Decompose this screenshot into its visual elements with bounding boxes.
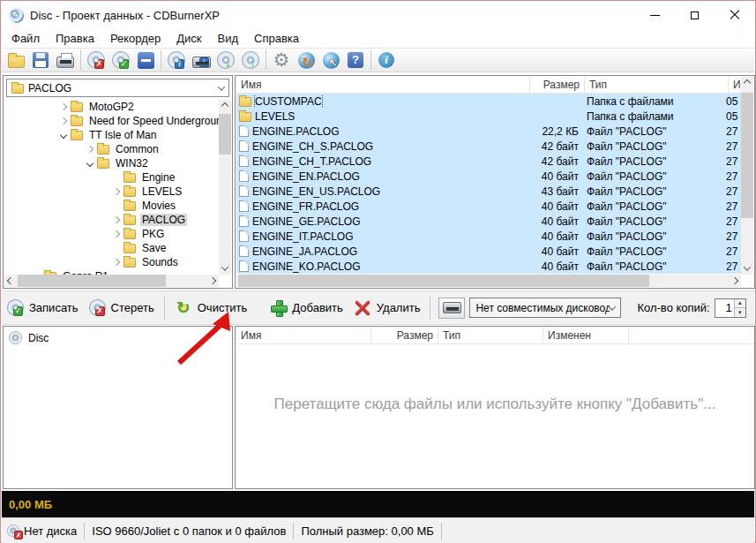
column-header-type[interactable]: Тип (438, 328, 543, 343)
check-updates-button[interactable] (294, 49, 318, 72)
tree-item[interactable]: PKG (4, 227, 219, 241)
print-button[interactable] (53, 49, 78, 72)
column-header-size[interactable]: Размер (371, 328, 438, 343)
file-row[interactable]: ENGINE_IT.PACLOG40 байтФайл "PACLOG"27 (236, 229, 741, 244)
open-folder-button[interactable] (4, 49, 28, 72)
files-horizontal-scrollbar[interactable] (236, 275, 741, 287)
menu-item[interactable]: Диск (168, 30, 209, 47)
maximize-button[interactable] (675, 2, 715, 28)
tree-vertical-scrollbar[interactable] (219, 100, 231, 275)
file-size-cell: 40 байт (528, 245, 582, 258)
menu-item[interactable]: Вид (210, 30, 247, 47)
chevron-down-icon[interactable] (60, 132, 67, 139)
spin-up-button[interactable]: ▲ (735, 299, 745, 308)
file-row[interactable]: ENGINE_CH_S.PACLOG42 байтФайл "PACLOG"27 (236, 139, 741, 154)
column-header-name[interactable]: Имя (236, 328, 371, 343)
tree-item[interactable]: Need for Speed Underground (4, 114, 219, 128)
close-button[interactable] (715, 2, 754, 28)
chevron-right-icon[interactable] (86, 146, 94, 153)
device-dropdown[interactable]: Нет совместимых дисководо (469, 298, 621, 318)
file-name: ENGINE_FR.PACLOG (252, 200, 359, 213)
drive-button[interactable] (438, 298, 465, 319)
file-row[interactable]: ENGINE_JA.PACLOG40 байтФайл "PACLOG"27 (236, 244, 741, 259)
file-icon (239, 140, 249, 152)
files-vertical-scrollbar[interactable] (741, 77, 753, 275)
disc-export-button[interactable] (238, 49, 263, 72)
clear-button[interactable]: Очистить (169, 296, 253, 321)
help-button[interactable] (343, 49, 368, 72)
bup-badge-icon (247, 57, 258, 69)
files-vscroll-thumb[interactable] (741, 93, 753, 218)
tree-item[interactable]: TT Isle of Man (4, 128, 219, 142)
separator (80, 50, 81, 70)
column-header-modified[interactable]: Изменен (543, 328, 629, 343)
disc-erase-button[interactable] (84, 49, 109, 72)
disc-import-button[interactable] (213, 49, 238, 72)
file-icon (239, 215, 249, 227)
settings-button[interactable] (269, 49, 294, 72)
chevron-right-icon[interactable] (113, 188, 120, 195)
erase-button[interactable]: Стереть (84, 296, 160, 320)
menu-item[interactable]: Файл (4, 30, 48, 47)
column-header-type[interactable]: Тип (585, 77, 729, 93)
disc-root-item[interactable]: Disc (4, 327, 232, 349)
file-row[interactable]: ENGINE_FR.PACLOG40 байтФайл "PACLOG"27 (236, 199, 741, 214)
tree-item-label: Need for Speed Underground (87, 115, 219, 127)
tree-item[interactable]: Movies (4, 199, 219, 213)
chevron-right-icon[interactable] (113, 259, 120, 266)
tree-item[interactable]: Engine (4, 170, 219, 185)
tree-item[interactable]: MotoGP2 (4, 100, 219, 114)
copies-stepper[interactable]: 1 ▲ ▼ (715, 298, 746, 318)
file-row[interactable]: ENGINE_EN_US.PACLOG43 байтФайл "PACLOG"2… (236, 184, 741, 199)
chevron-right-icon[interactable] (60, 103, 67, 110)
data-disc-button[interactable] (133, 49, 158, 72)
capacity-bar: 0,00 МБ (2, 491, 754, 517)
tree-item[interactable]: Save (4, 241, 219, 255)
menu-item[interactable]: Рекордер (102, 30, 168, 47)
file-row[interactable]: LEVELSПапка с файлами05 (236, 109, 741, 124)
tree-item[interactable]: PACLOG (4, 213, 219, 227)
tree-horizontal-scrollbar[interactable] (4, 275, 219, 287)
file-row[interactable]: ENGINE_GE.PACLOG40 байтФайл "PACLOG"27 (236, 214, 741, 229)
chevron-right-icon[interactable] (113, 216, 120, 223)
file-row[interactable]: ENGINE.PACLOG22,2 КБФайл "PACLOG"27 (236, 124, 741, 139)
folder-combobox[interactable]: PACLOG (6, 79, 229, 97)
drive-info-button[interactable] (189, 49, 213, 72)
save-icon (33, 52, 49, 68)
tree-item[interactable]: WIN32 (4, 156, 219, 170)
tree-item-label: WIN32 (114, 157, 150, 170)
column-header-size[interactable]: Размер (530, 77, 585, 93)
files-hscroll-thumb[interactable] (238, 275, 649, 287)
save-button[interactable] (28, 49, 53, 72)
chevron-right-icon[interactable] (60, 117, 67, 124)
folder-icon (124, 258, 136, 268)
remove-button[interactable]: Удалить (348, 296, 426, 321)
burn-button[interactable]: Записать (2, 296, 84, 320)
file-row[interactable]: CUSTOMPACПапка с файлами05 (236, 94, 741, 109)
file-row[interactable]: ENGINE_EN.PACLOG40 байтФайл "PACLOG"27 (236, 169, 741, 184)
tree-item[interactable]: Common (4, 142, 219, 156)
folder-icon (239, 112, 251, 122)
file-row[interactable]: ENGINE_KO.PACLOG40 байтФайл "PACLOG"27 (236, 259, 741, 274)
minimize-button[interactable] (635, 2, 675, 28)
menu-item[interactable]: Справка (246, 30, 307, 47)
add-button[interactable]: Добавить (265, 296, 348, 320)
disc-info-button[interactable] (164, 49, 189, 72)
spin-down-button[interactable]: ▼ (735, 307, 745, 317)
chevron-right-icon[interactable] (113, 230, 120, 238)
tree-vscroll-thumb[interactable] (219, 114, 231, 155)
separator (430, 297, 430, 320)
about-button[interactable] (374, 49, 399, 72)
file-row[interactable]: ENGINE_CH_T.PACLOG42 байтФайл "PACLOG"27 (236, 154, 741, 169)
tree-item[interactable]: LEVELS (4, 185, 219, 199)
menu-item[interactable]: Правка (48, 30, 102, 47)
disc-burn-button[interactable] (109, 49, 133, 72)
bx-badge-icon (94, 59, 104, 69)
folder-icon (71, 131, 83, 140)
chevron-down-icon[interactable] (86, 160, 94, 167)
tree-hscroll-thumb[interactable] (18, 275, 166, 287)
online-help-button[interactable] (318, 49, 343, 72)
tree-item[interactable]: Sounds (4, 255, 219, 269)
column-header-name[interactable]: Имя (236, 77, 530, 93)
status-bar: ✗ Нет диска ISO 9660/Joliet с 0 папок и … (2, 517, 754, 543)
